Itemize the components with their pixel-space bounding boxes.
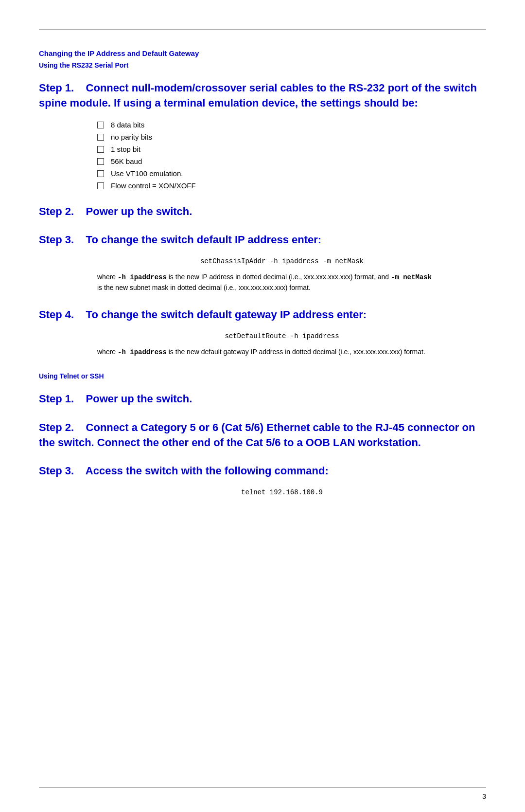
rs232-step2-text: Power up the switch. [86, 205, 192, 217]
rs232-step2-heading: Step 2. Power up the switch. [39, 204, 486, 219]
bullet-text: 56K baud [111, 157, 142, 165]
step3-bold1: -h ipaddress [118, 273, 167, 281]
bullet-text: no parity bits [111, 133, 152, 141]
step3-desc-end: is the new subnet mask in dotted decimal… [97, 284, 311, 291]
step4-bold1: -h ipaddress [118, 348, 167, 356]
step4-desc-end: is the new default gateway IP address in… [167, 348, 425, 356]
subsection-telnet-title: Using Telnet or SSH [39, 372, 486, 380]
checkbox-icon [97, 146, 104, 153]
page-container: Changing the IP Address and Default Gate… [0, 0, 525, 812]
list-item: Flow control = XON/XOFF [97, 181, 486, 190]
list-item: 56K baud [97, 157, 486, 165]
telnet-step2-heading: Step 2. Connect a Category 5 or 6 (Cat 5… [39, 420, 486, 451]
bullet-text: 8 data bits [111, 121, 144, 129]
bullet-text: 1 stop bit [111, 145, 140, 153]
rs232-step4-label: Step 4. [39, 308, 74, 321]
rs232-step1-text: Connect null-modem/crossover serial cabl… [39, 82, 477, 109]
list-item: 8 data bits [97, 121, 486, 129]
list-item: no parity bits [97, 133, 486, 141]
step4-description: where -h ipaddress is the new default ga… [97, 347, 486, 358]
telnet-step1-text: Power up the switch. [86, 393, 192, 405]
checkbox-icon [97, 134, 104, 141]
rs232-step4-block: Step 4. To change the switch default gat… [39, 307, 486, 358]
rs232-step4-heading: Step 4. To change the switch default gat… [39, 307, 486, 323]
rs232-step1-heading: Step 1. Connect null-modem/crossover ser… [39, 81, 486, 111]
top-divider [39, 29, 486, 30]
telnet-step3-text: Access the switch with the following com… [86, 465, 329, 477]
page-number: 3 [482, 793, 486, 800]
rs232-step3-heading: Step 3. To change the switch default IP … [39, 233, 486, 248]
bullet-text: Use VT100 emulation. [111, 169, 183, 178]
step3-desc-mid: is the new IP address in dotted decimal … [167, 273, 391, 281]
list-item: Use VT100 emulation. [97, 169, 486, 178]
bullet-list: 8 data bits no parity bits 1 stop bit 56… [97, 121, 486, 190]
checkbox-icon [97, 122, 104, 128]
telnet-step1-label: Step 1. [39, 393, 74, 405]
telnet-step2-block: Step 2. Connect a Category 5 or 6 (Cat 5… [39, 420, 486, 451]
rs232-step4-text: To change the switch default gateway IP … [86, 308, 367, 321]
telnet-step3-heading: Step 3. Access the switch with the follo… [39, 464, 486, 479]
bottom-divider [39, 787, 486, 788]
checkbox-icon [97, 158, 104, 165]
rs232-step3-text: To change the switch default IP address … [86, 234, 322, 246]
rs232-step3-label: Step 3. [39, 234, 74, 246]
step4-desc-prefix: where [97, 348, 118, 356]
telnet-step2-text: Connect a Category 5 or 6 (Cat 5/6) Ethe… [39, 421, 475, 449]
rs232-step2-block: Step 2. Power up the switch. [39, 204, 486, 219]
telnet-step1-block: Step 1. Power up the switch. [39, 392, 486, 407]
step3-description: where -h ipaddress is the new IP address… [97, 272, 486, 293]
step3-command: setChassisIpAddr -h ipaddress -m netMask [78, 257, 486, 265]
checkbox-icon [97, 182, 104, 189]
section-title: Changing the IP Address and Default Gate… [39, 49, 486, 57]
step3-bold2: -m netMask [391, 273, 432, 281]
checkbox-icon [97, 170, 104, 177]
telnet-step3-block: Step 3. Access the switch with the follo… [39, 464, 486, 496]
step3-desc-prefix: where [97, 273, 118, 281]
bullet-text: Flow control = XON/XOFF [111, 181, 196, 190]
rs232-step1-label: Step 1. [39, 82, 74, 94]
rs232-step3-block: Step 3. To change the switch default IP … [39, 233, 486, 293]
telnet-command: telnet 192.168.100.9 [78, 488, 486, 496]
rs232-step1-block: Step 1. Connect null-modem/crossover ser… [39, 81, 486, 190]
step4-command: setDefaultRoute -h ipaddress [78, 332, 486, 340]
subsection-rs232-title: Using the RS232 Serial Port [39, 61, 486, 69]
rs232-step2-label: Step 2. [39, 205, 74, 217]
telnet-step1-heading: Step 1. Power up the switch. [39, 392, 486, 407]
telnet-step3-label: Step 3. [39, 465, 74, 477]
list-item: 1 stop bit [97, 145, 486, 153]
telnet-step2-label: Step 2. [39, 421, 74, 433]
